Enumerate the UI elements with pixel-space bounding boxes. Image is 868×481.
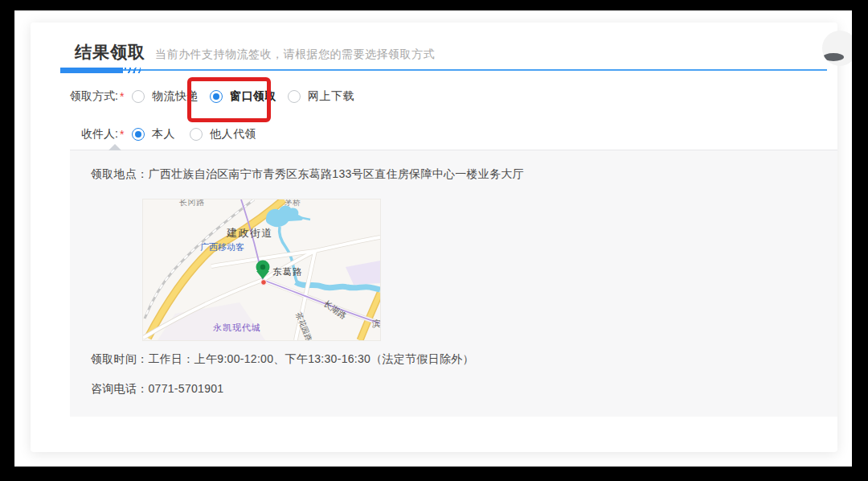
map-location-dot bbox=[261, 280, 267, 286]
header-accent-stripes bbox=[125, 68, 141, 73]
recipient-row: 收件人: * 本人 他人代领 bbox=[68, 125, 256, 143]
map-label-dongge-road: 东葛路 bbox=[272, 267, 303, 277]
pickup-location-value: 广西壮族自治区南宁市青秀区东葛路133号区直住房保障中心一楼业务大厅 bbox=[149, 167, 525, 180]
radio-option-self[interactable]: 本人 bbox=[132, 127, 175, 142]
map-label-maoqiao: 茅桥 bbox=[284, 199, 301, 207]
pickup-time-label: 领取时间： bbox=[91, 352, 149, 365]
floating-widget-button[interactable] bbox=[822, 31, 852, 66]
pickup-method-row: 领取方式: * 物流快递 窗口领取 网上下载 bbox=[68, 88, 354, 105]
radio-circle[interactable] bbox=[132, 90, 145, 103]
map-label-guangxi-mobile: 广西移动客 bbox=[200, 242, 244, 252]
pickup-detail-panel: 领取地点：广西壮族自治区南宁市青秀区东葛路133号区直住房保障中心一楼业务大厅 bbox=[70, 150, 837, 417]
phone-row: 咨询电话：0771-5701901 bbox=[91, 382, 223, 397]
map-label-yongkai-city: 永凯现代城 bbox=[213, 323, 261, 332]
radio-option-express[interactable]: 物流快递 bbox=[132, 89, 199, 104]
map-label-bin-partial: 滨 bbox=[372, 319, 380, 328]
required-asterisk: * bbox=[120, 128, 127, 141]
location-map[interactable]: 长冈路 茅桥 建政街道 广西移动客 东葛路 长湖路 滨 茶花园路 永凯现代城 bbox=[143, 199, 380, 340]
radio-circle-selected[interactable] bbox=[132, 128, 145, 141]
section-header: 结果领取 当前办件支持物流签收，请根据您的需要选择领取方式 bbox=[60, 34, 827, 71]
pickup-time-row: 领取时间：工作日：上午9:00-12:00、下午13:30-16:30（法定节假… bbox=[91, 352, 474, 367]
radio-option-online-download[interactable]: 网上下载 bbox=[288, 89, 354, 104]
radio-option-agent[interactable]: 他人代领 bbox=[190, 127, 256, 142]
pickup-location-row: 领取地点：广西壮族自治区南宁市青秀区东葛路133号区直住房保障中心一楼业务大厅 bbox=[91, 167, 524, 182]
panel-caret bbox=[108, 144, 121, 150]
map-label-jianzheng-street: 建政街道 bbox=[226, 227, 273, 239]
header-accent-bar bbox=[60, 68, 123, 73]
phone-label: 咨询电话： bbox=[91, 382, 149, 395]
screenshot-page: 结果领取 当前办件支持物流签收，请根据您的需要选择领取方式 领取方式: * 物流… bbox=[14, 10, 852, 467]
phone-value: 0771-5701901 bbox=[149, 382, 224, 395]
radio-circle[interactable] bbox=[190, 128, 203, 141]
pickup-method-label: 领取方式: bbox=[68, 89, 118, 104]
floating-widget-icon bbox=[823, 53, 844, 61]
radio-circle[interactable] bbox=[288, 90, 301, 103]
recipient-label: 收件人: bbox=[68, 127, 118, 142]
pickup-location-label: 领取地点： bbox=[91, 167, 149, 180]
result-pickup-card: 结果领取 当前办件支持物流签收，请根据您的需要选择领取方式 领取方式: * 物流… bbox=[31, 23, 837, 452]
pickup-time-value: 工作日：上午9:00-12:00、下午13:30-16:30（法定节假日除外） bbox=[149, 352, 474, 365]
map-label-changgang-road: 长冈路 bbox=[179, 199, 205, 207]
radio-circle-selected[interactable] bbox=[210, 90, 223, 103]
required-asterisk: * bbox=[120, 90, 127, 103]
page-subtitle: 当前办件支持物流签收，请根据您的需要选择领取方式 bbox=[155, 47, 435, 62]
radio-option-window-pickup[interactable]: 窗口领取 bbox=[210, 89, 276, 104]
page-title: 结果领取 bbox=[75, 41, 145, 64]
